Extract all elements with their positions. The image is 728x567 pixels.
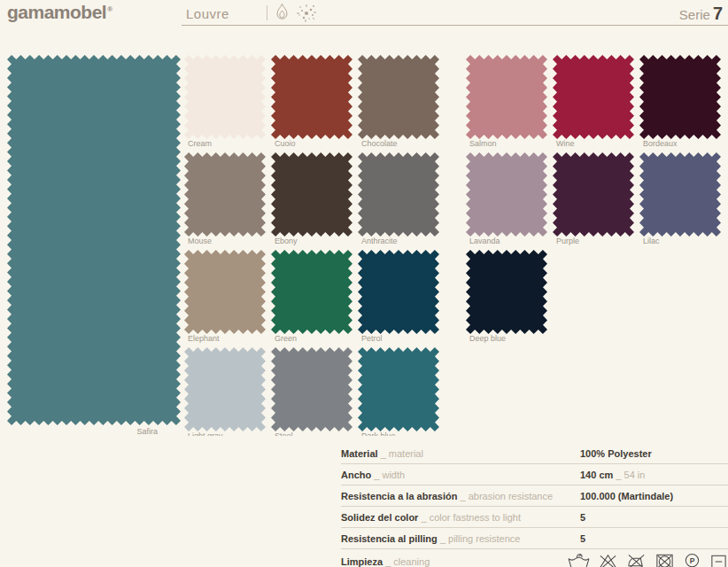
spec-table: Material _ material100% PolyesterAncho _…: [341, 443, 728, 567]
fabric-sample: [271, 55, 352, 139]
swatch-label: Purple: [556, 237, 579, 245]
spec-value-text: 5: [580, 533, 585, 544]
spec-value: 100% Polyester: [580, 448, 652, 459]
spec-value-text: 140 cm: [580, 470, 613, 480]
swatch-label: Petrol: [361, 334, 383, 343]
spec-label-es: Limpieza: [341, 556, 383, 567]
spec-label-en: _ abrasion resistance: [457, 491, 553, 501]
hand-wash-icon: [568, 553, 590, 567]
spec-value: 100.000 (Martindale): [580, 491, 673, 501]
fabric-name: Louvre: [186, 6, 229, 21]
swatch-label: Dark blue: [361, 431, 396, 436]
header-icons: [275, 3, 318, 23]
fabric-swatch-elephant: Elephant: [184, 250, 271, 347]
serie-label: Serie: [679, 7, 710, 22]
swatch-label: Cream: [188, 139, 212, 148]
spec-row-cleaning: Limpieza _ cleaningP: [341, 549, 728, 567]
fabric-swatch-green: Green: [271, 250, 358, 347]
swatch-label: Safira: [136, 427, 158, 436]
fabric-swatch-chocolate: Chocolate: [358, 55, 445, 152]
spec-value-text: 100% Polyester: [580, 448, 652, 459]
swatch-label: Cuoio: [275, 139, 296, 148]
fabric-sample: [639, 55, 721, 139]
spec-label-en: _ width: [371, 470, 405, 480]
fabric-sample: [466, 55, 547, 139]
fabric-swatch-petrol: Petrol: [358, 250, 445, 347]
spec-value: 5: [580, 512, 585, 523]
fabric-swatch-cuoio: Cuoio: [271, 55, 358, 152]
spec-label-en: _ color fastness to light: [418, 512, 521, 523]
fabric-swatch-anthracite: Anthracite: [358, 152, 445, 250]
fabric-swatch-dark-blue: Dark blue: [358, 347, 445, 436]
fabric-swatch-bordeaux: Bordeaux: [639, 55, 726, 152]
spec-value: 140 cm _ 54 in: [580, 470, 645, 480]
serie-badge: Serie7: [679, 4, 723, 24]
do-not-bleach-icon: [598, 553, 618, 567]
dry-clean-p-icon: P: [683, 553, 701, 567]
swatch-label: Elephant: [188, 334, 220, 343]
spec-label-en: _ cleaning: [383, 556, 430, 567]
registered-mark-icon: ®: [107, 5, 112, 13]
swatch-label: Ebony: [275, 237, 298, 245]
svg-text:P: P: [690, 556, 695, 565]
flame-icon: [275, 3, 290, 23]
fabric-sample: [553, 55, 634, 139]
fabric-sample: [358, 55, 439, 139]
fabric-swatch-ebony: Ebony: [271, 152, 358, 250]
fabric-sample: [184, 347, 266, 431]
spec-label: Resistencia a la abrasión _ abrasion res…: [341, 491, 580, 501]
fabric-sample: [7, 55, 181, 425]
spec-label-es: Ancho: [341, 470, 371, 480]
swatch-label: Chocolate: [361, 139, 398, 148]
fabric-sample: [184, 152, 266, 237]
fabric-swatch-wine: Wine: [553, 55, 639, 152]
fabric-swatch-deep-blue: Deep blue: [466, 250, 553, 347]
featured-swatch-safira: Safira: [7, 55, 181, 436]
fabric-sample: [184, 250, 266, 334]
fabric-sample: [358, 152, 439, 237]
swatch-label: Wine: [556, 139, 575, 148]
swatch-group-2: SalmonWineBordeauxLavandaPurpleLilacDeep…: [466, 55, 726, 436]
fabric-sample: [639, 152, 721, 237]
spec-label: Resistencia al pilling _ pilling resiste…: [341, 533, 580, 544]
spec-row-abrasion-resistance: Resistencia a la abrasión _ abrasion res…: [341, 485, 728, 507]
catalog-page: gamamobel® Louvre Serie7 Safira CreamCuo…: [0, 0, 728, 567]
spec-label-en: _ pilling resistence: [438, 533, 521, 544]
spec-label: Material _ material: [341, 448, 580, 459]
swatch-label: Deep blue: [469, 334, 506, 343]
spec-value-text: 5: [580, 512, 585, 523]
do-not-iron-icon: [626, 553, 647, 567]
spec-value-light: _ 54 in: [613, 470, 645, 480]
fabric-swatch-lavanda: Lavanda: [466, 152, 553, 250]
spec-row-color-fastness-to-light: Solidez del color _ color fastness to li…: [341, 507, 728, 528]
spec-value: 5: [580, 533, 585, 544]
fabric-swatch-mouse: Mouse: [184, 152, 271, 250]
fabric-swatch-light-gray: Light gray: [184, 347, 271, 436]
brand-logo-text: gamamobel: [7, 2, 106, 22]
fabric-sample: [466, 250, 547, 334]
serie-number: 7: [713, 4, 723, 23]
flat-dry-icon: [709, 553, 728, 567]
spec-label-es: Resistencia a la abrasión: [341, 491, 457, 501]
spec-row-pilling-resistence: Resistencia al pilling _ pilling resiste…: [341, 528, 728, 549]
swatch-label: Green: [275, 334, 297, 343]
fabric-sample: [184, 55, 266, 139]
spec-label: Ancho _ width: [341, 470, 580, 480]
fabric-sample: [271, 250, 352, 334]
swatch-group-1: CreamCuoioChocolateMouseEbonyAnthraciteE…: [184, 55, 445, 436]
swatch-label: Bordeaux: [643, 139, 678, 148]
fabric-swatch-purple: Purple: [553, 152, 639, 250]
swatch-label: Light gray: [188, 431, 223, 436]
spec-label-es: Resistencia al pilling: [341, 533, 438, 544]
swatch-label: Steel: [275, 431, 293, 436]
spec-row-width: Ancho _ width140 cm _ 54 in: [341, 464, 728, 485]
fabric-swatch-lilac: Lilac: [639, 152, 726, 250]
fabric-sample: [358, 250, 439, 334]
fabric-swatch-salmon: Salmon: [466, 55, 553, 152]
swatch-label: Salmon: [469, 139, 497, 148]
spec-label-es: Material: [341, 448, 378, 459]
swatch-label: Lavanda: [469, 237, 500, 245]
brand-logo: gamamobel®: [7, 2, 112, 23]
spec-label: Solidez del color _ color fastness to li…: [341, 512, 580, 523]
swatch-label: Mouse: [188, 237, 212, 245]
